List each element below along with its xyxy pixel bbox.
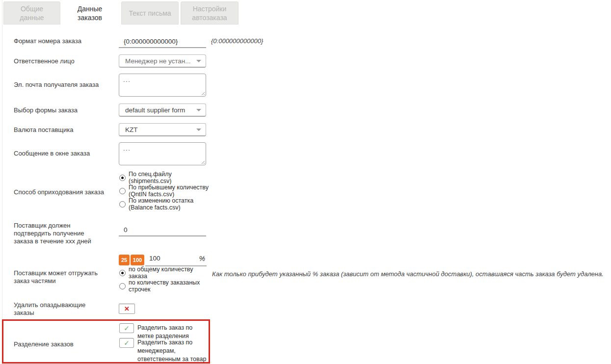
order-number-format-hint: {0:000000000000} <box>211 37 263 45</box>
preset-100-button[interactable]: 100 <box>131 255 144 265</box>
option-label: по общему количеству заказа <box>129 266 193 280</box>
order-form-value: default supplier form <box>125 106 185 114</box>
percent-unit-label: % <box>199 255 205 262</box>
responsible-person-label: Ответственное лицо <box>14 57 114 65</box>
check-icon: ✓ <box>124 325 130 332</box>
delete-late-orders-checkbox[interactable]: ✕ <box>119 304 135 314</box>
partial-percent-field: % <box>145 254 207 266</box>
partial-option-ordered-lines[interactable]: по количеству заказаных строчек <box>119 280 200 293</box>
responsible-person-value: Менеджер не устан... <box>125 57 191 65</box>
delete-late-orders-label: Удалить опаздывающие заказы <box>14 301 92 317</box>
radio-icon <box>119 188 126 194</box>
tab-general-data[interactable]: Общие данные <box>3 1 60 25</box>
supplier-currency-value: KZT <box>125 126 138 133</box>
option-label: По изменению остатка (Balance facts.csv) <box>129 198 193 211</box>
dropdown-arrow-icon <box>196 109 201 111</box>
partial-option-total-quantity[interactable]: по общему количеству заказа <box>119 266 193 280</box>
tab-autoorder-settings[interactable]: Настройки автозаказа <box>181 1 239 25</box>
order-number-format-input[interactable] <box>119 36 206 48</box>
split-by-mark-label: Разделить заказ по метке разделения <box>137 324 211 340</box>
radio-icon <box>119 201 126 208</box>
receipt-method-option-shipments[interactable]: По спец.файлу (shipments.csv) <box>119 171 172 184</box>
dropdown-arrow-icon <box>196 60 201 62</box>
order-window-message-textarea[interactable]: ... <box>119 142 206 165</box>
order-splitting-label: Разделение заказов <box>14 340 114 348</box>
partial-shipping-label: Поставщик может отгружать заказ частями <box>14 269 105 285</box>
radio-checked-icon <box>119 270 126 276</box>
responsible-person-select[interactable]: Менеджер не устан... <box>119 54 206 68</box>
supplier-currency-select[interactable]: KZT <box>119 123 206 136</box>
check-icon: ✓ <box>124 339 130 346</box>
tab-order-data[interactable]: Данные заказов <box>60 1 119 25</box>
split-by-manager-label: Разделить заказ по менеджерам, ответстве… <box>137 338 216 364</box>
supplier-currency-label: Валюта поставщика <box>14 126 114 134</box>
split-by-manager-checkbox[interactable]: ✓ <box>119 338 134 348</box>
order-settings-page: Общие данные Данные заказов Текст письма… <box>0 0 611 364</box>
confirm-days-input[interactable] <box>119 225 206 236</box>
page-left-border <box>2 0 2 364</box>
split-by-mark-checkbox[interactable]: ✓ <box>119 323 134 333</box>
confirm-days-label: Поставщик должен подтвердить получение з… <box>14 222 95 245</box>
receipt-method-option-qntin[interactable]: По прибывшему количеству (QntIN facts.cs… <box>119 184 209 198</box>
radio-icon <box>119 283 126 289</box>
option-label: По прибывшему количеству (QntIN facts.cs… <box>129 184 209 198</box>
option-label: По спец.файлу (shipments.csv) <box>129 171 172 184</box>
order-window-message-field[interactable]: ... <box>119 142 206 165</box>
partial-percent-input[interactable] <box>145 254 188 262</box>
partial-shipping-note: Как только прибудет указанный % заказа (… <box>212 270 604 278</box>
option-label: по количеству заказаных строчек <box>129 280 200 293</box>
order-window-message-label: Сообщение в окне заказа <box>14 150 114 157</box>
receipt-method-option-balance[interactable]: По изменению остатка (Balance facts.csv) <box>119 198 193 211</box>
order-number-format-label: Формат номера заказа <box>14 37 114 45</box>
recipient-email-field[interactable]: ... <box>119 74 206 97</box>
order-form-label: Выбор формы заказа <box>14 106 114 114</box>
radio-checked-icon <box>119 175 126 181</box>
recipient-email-label: Эл. почта получателя заказа <box>14 81 114 89</box>
recipient-email-textarea[interactable]: ... <box>119 74 206 97</box>
preset-25-button[interactable]: 25 <box>119 255 130 265</box>
tab-letter-text[interactable]: Текст письма <box>121 1 179 25</box>
x-mark-icon: ✕ <box>124 306 130 312</box>
receipt-method-label: Способ оприходования заказа <box>14 188 114 196</box>
dropdown-arrow-icon <box>196 129 201 131</box>
order-form-select[interactable]: default supplier form <box>119 104 206 117</box>
